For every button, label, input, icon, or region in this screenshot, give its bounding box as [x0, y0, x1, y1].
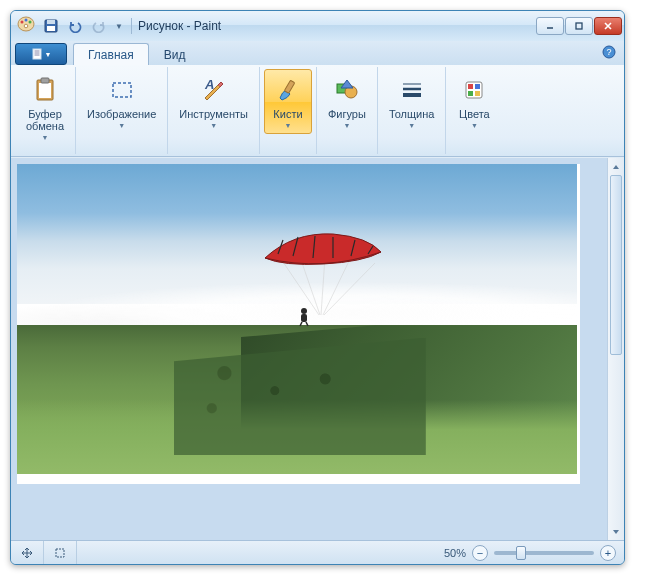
window-title: Рисунок - Paint	[138, 19, 221, 33]
group-clipboard: Буфер обмена ▼	[15, 67, 76, 154]
app-window: ▼ Рисунок - Paint ▼ Главная Вид ?	[10, 10, 625, 565]
svg-rect-6	[47, 20, 55, 24]
svg-rect-38	[301, 314, 307, 322]
group-image: Изображение ▼	[76, 67, 168, 154]
selection-size-cell	[44, 541, 77, 564]
scroll-thumb[interactable]	[610, 175, 622, 355]
group-size: Толщина ▼	[378, 67, 447, 154]
chevron-down-icon: ▼	[45, 51, 52, 58]
save-button[interactable]	[41, 16, 61, 36]
move-cursor-icon	[21, 547, 33, 559]
shapes-label: Фигуры	[328, 108, 366, 120]
group-shapes: Фигуры ▼	[317, 67, 378, 154]
svg-point-3	[29, 21, 32, 24]
svg-rect-31	[475, 91, 480, 96]
zoom-slider-handle[interactable]	[516, 546, 526, 560]
maximize-button[interactable]	[565, 17, 593, 35]
paintbrush-icon	[272, 74, 304, 106]
chevron-down-icon: ▼	[284, 122, 291, 129]
statusbar: 50% − +	[11, 540, 624, 564]
shapes-button[interactable]: Фигуры ▼	[321, 69, 373, 134]
tab-home[interactable]: Главная	[73, 43, 149, 65]
image-label: Изображение	[87, 108, 156, 120]
svg-point-37	[301, 308, 307, 314]
zoom-out-button[interactable]: −	[472, 545, 488, 561]
tools-label: Инструменты	[179, 108, 248, 120]
canvas[interactable]	[17, 164, 580, 484]
tools-button[interactable]: A Инструменты ▼	[172, 69, 255, 134]
svg-rect-7	[47, 26, 55, 31]
brushes-label: Кисти	[273, 108, 302, 120]
zoom-in-button[interactable]: +	[600, 545, 616, 561]
tab-view-label: Вид	[164, 48, 186, 62]
svg-rect-18	[41, 78, 49, 83]
brushes-button[interactable]: Кисти ▼	[264, 69, 312, 134]
line-weight-icon	[396, 74, 428, 106]
paint-app-icon	[17, 15, 35, 37]
svg-rect-21	[284, 80, 294, 93]
clipboard-button[interactable]: Буфер обмена ▼	[19, 69, 71, 146]
svg-rect-19	[113, 83, 131, 97]
tab-home-label: Главная	[88, 48, 134, 62]
zoom-label: 50%	[444, 547, 466, 559]
chevron-down-icon: ▼	[343, 122, 350, 129]
ribbon-body: Буфер обмена ▼ Изображение ▼ A Инструмен…	[11, 65, 624, 157]
help-button[interactable]: ?	[602, 45, 616, 63]
canvas-viewport[interactable]	[11, 158, 607, 540]
shapes-icon	[331, 74, 363, 106]
titlebar-separator	[131, 18, 132, 34]
group-colors: Цвета ▼	[446, 67, 502, 154]
svg-rect-28	[468, 84, 473, 89]
scroll-track[interactable]	[608, 175, 624, 523]
svg-point-1	[21, 21, 24, 24]
svg-point-2	[25, 19, 28, 22]
qat-dropdown-icon[interactable]: ▼	[115, 22, 123, 31]
svg-rect-29	[475, 84, 480, 89]
group-tools: A Инструменты ▼	[168, 67, 260, 154]
window-controls	[536, 17, 622, 35]
zoom-control: 50% − +	[436, 545, 624, 561]
titlebar: ▼ Рисунок - Paint	[11, 11, 624, 41]
svg-rect-9	[576, 23, 582, 29]
chevron-down-icon: ▼	[118, 122, 125, 129]
svg-line-40	[306, 322, 308, 326]
size-label: Толщина	[389, 108, 435, 120]
scroll-up-button[interactable]	[608, 158, 624, 175]
svg-rect-41	[56, 549, 64, 557]
quick-access-toolbar: ▼	[41, 16, 125, 36]
minimize-button[interactable]	[536, 17, 564, 35]
undo-button[interactable]	[65, 16, 85, 36]
crop-icon	[54, 547, 66, 559]
cursor-position-cell	[11, 541, 44, 564]
ribbon-tab-row: ▼ Главная Вид ?	[11, 41, 624, 65]
scroll-down-button[interactable]	[608, 523, 624, 540]
redo-button[interactable]	[89, 16, 109, 36]
pencil-a-icon: A	[198, 74, 230, 106]
group-brushes: Кисти ▼	[260, 67, 317, 154]
vertical-scrollbar[interactable]	[607, 158, 624, 540]
svg-line-36	[324, 263, 375, 315]
chevron-down-icon: ▼	[408, 122, 415, 129]
tab-view[interactable]: Вид	[149, 43, 201, 65]
size-button[interactable]: Толщина ▼	[382, 69, 442, 134]
chevron-down-icon: ▼	[471, 122, 478, 129]
color-swatch-icon	[458, 74, 490, 106]
svg-rect-30	[468, 91, 473, 96]
chevron-down-icon: ▼	[42, 134, 49, 141]
select-rect-icon	[106, 74, 138, 106]
image-select-button[interactable]: Изображение ▼	[80, 69, 163, 134]
chevron-down-icon: ▼	[210, 122, 217, 129]
colors-label: Цвета	[459, 108, 490, 120]
clipboard-label: Буфер обмена	[26, 108, 64, 132]
close-button[interactable]	[594, 17, 622, 35]
paraglider-pilot	[297, 307, 311, 327]
workspace	[11, 157, 624, 540]
paraglider-canopy	[263, 232, 383, 270]
svg-point-4	[24, 24, 28, 28]
svg-text:A: A	[204, 77, 214, 92]
svg-text:?: ?	[606, 47, 611, 57]
file-menu-button[interactable]: ▼	[15, 43, 67, 65]
clipboard-icon	[29, 74, 61, 106]
colors-button[interactable]: Цвета ▼	[450, 69, 498, 134]
zoom-slider[interactable]	[494, 551, 594, 555]
